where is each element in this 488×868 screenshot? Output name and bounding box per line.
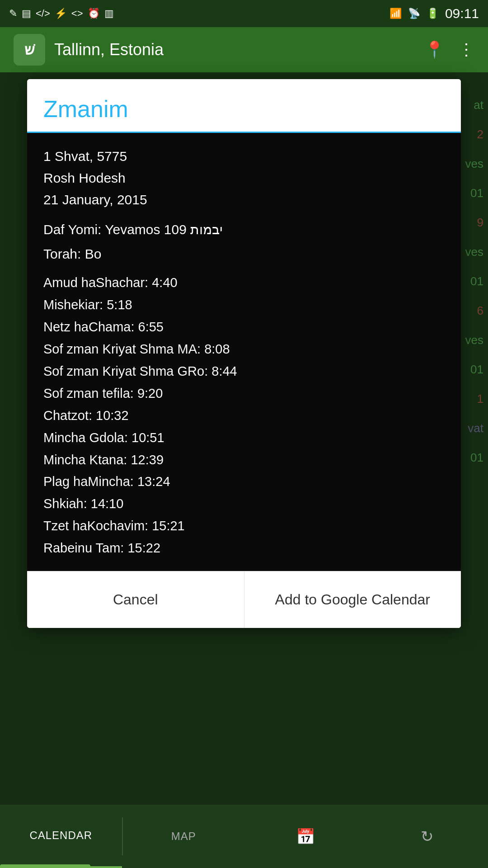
nav-calendar-label: CALENDAR xyxy=(29,829,92,842)
progress-bar xyxy=(0,864,90,868)
zman-amud-hashachar: Amud haShachar: 4:40 xyxy=(43,273,445,293)
battery-icon: 🔋 xyxy=(427,8,439,19)
zman-netz-hachama: Netz haChama: 6:55 xyxy=(43,317,445,337)
add-to-calendar-button[interactable]: Add to Google Calendar xyxy=(244,571,461,628)
zman-sof-zman-shma-gro: Sof zman Kriyat Shma GRo: 8:44 xyxy=(43,361,445,382)
status-icons-left: ✎ ▤ </> ⚡ <> ⏰ ▥ xyxy=(9,8,114,19)
refresh-icon: ↻ xyxy=(421,827,433,845)
zman-mincha-gdola: Mincha Gdola: 10:51 xyxy=(43,428,445,448)
bottom-nav: CALENDAR MAP 📅 ↻ xyxy=(0,805,488,868)
wifi-icon: 📶 xyxy=(389,8,402,19)
zman-chatzot: Chatzot: 10:32 xyxy=(43,406,445,426)
edit-icon: ✎ xyxy=(9,8,17,19)
signal-icon: 📡 xyxy=(408,8,420,19)
code2-icon: <> xyxy=(71,8,83,19)
special-day: Rosh Hodesh xyxy=(43,167,445,189)
zman-rabeinu-tam: Rabeinu Tam: 15:22 xyxy=(43,538,445,558)
zmanim-list: Amud haShachar: 4:40 Mishekiar: 5:18 Net… xyxy=(43,273,445,558)
usb-icon: ⚡ xyxy=(55,8,67,19)
header-left: שׁ Tallinn, Estonia xyxy=(14,34,164,66)
menu-icon[interactable]: ⋮ xyxy=(458,40,474,59)
hebrew-date: 1 Shvat, 5775 xyxy=(43,146,445,167)
alarm-icon: ⏰ xyxy=(88,8,100,19)
logo-text: שׁ xyxy=(24,41,35,58)
nav-calendar[interactable]: CALENDAR xyxy=(0,805,122,868)
torah-reading: Torah: Bo xyxy=(43,246,445,262)
zman-tzet-hakochavim: Tzet haKochavim: 15:21 xyxy=(43,516,445,536)
app-logo: שׁ xyxy=(14,34,45,66)
nav-map-label: MAP xyxy=(171,830,196,843)
barcode-icon: ▥ xyxy=(104,8,114,19)
zman-sof-zman-shma-ma: Sof zman Kriyat Shma MA: 8:08 xyxy=(43,339,445,359)
date-info: 1 Shvat, 5775 Rosh Hodesh 21 January, 20… xyxy=(43,146,445,211)
nav-calendar-icon-btn[interactable]: 📅 xyxy=(244,805,366,868)
gregorian-date: 21 January, 2015 xyxy=(43,189,445,211)
status-bar: ✎ ▤ </> ⚡ <> ⏰ ▥ 📶 📡 🔋 09:11 xyxy=(0,0,488,27)
status-time: 09:11 xyxy=(445,6,479,21)
zman-plag-hamincha: Plag haMincha: 13:24 xyxy=(43,472,445,492)
dialog-title: Zmanim xyxy=(43,96,128,122)
calendar-icon: 📅 xyxy=(296,827,315,845)
zmanim-dialog: Zmanim 1 Shvat, 5775 Rosh Hodesh 21 Janu… xyxy=(27,79,461,628)
app-title: Tallinn, Estonia xyxy=(54,40,164,59)
code-icon: </> xyxy=(36,8,50,19)
header-right: 📍 ⋮ xyxy=(424,40,474,59)
zman-mishekiar: Mishekiar: 5:18 xyxy=(43,295,445,315)
image-icon: ▤ xyxy=(22,8,31,19)
dialog-title-bar: Zmanim xyxy=(27,79,461,133)
cancel-button[interactable]: Cancel xyxy=(27,571,244,628)
dialog-content: 1 Shvat, 5775 Rosh Hodesh 21 January, 20… xyxy=(27,133,461,571)
calendar-right-numbers: at 2 ves 01 9 ves 01 6 ves 01 1 vat 01 xyxy=(465,90,483,472)
status-icons-right: 📶 📡 🔋 09:11 xyxy=(389,6,479,21)
zman-shkiah: Shkiah: 14:10 xyxy=(43,494,445,514)
nav-map[interactable]: MAP xyxy=(123,805,245,868)
zman-sof-zman-tefila: Sof zman tefila: 9:20 xyxy=(43,383,445,404)
nav-refresh-btn[interactable]: ↻ xyxy=(366,805,488,868)
location-icon[interactable]: 📍 xyxy=(424,40,445,59)
daf-yomi: Daf Yomi: Yevamos 109 יבמות xyxy=(43,222,445,237)
dialog-actions: Cancel Add to Google Calendar xyxy=(27,571,461,628)
zman-mincha-ktana: Mincha Ktana: 12:39 xyxy=(43,450,445,470)
app-header: שׁ Tallinn, Estonia 📍 ⋮ xyxy=(0,27,488,72)
